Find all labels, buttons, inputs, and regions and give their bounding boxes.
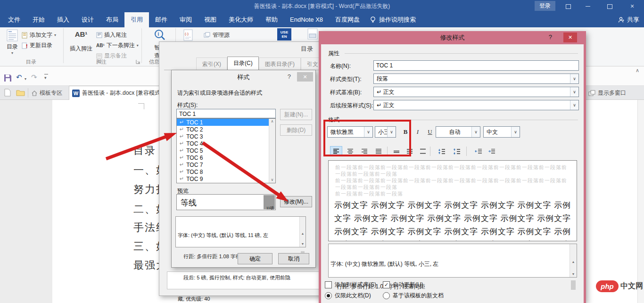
share-button[interactable]: 共享 bbox=[618, 12, 639, 27]
delete-style-button[interactable]: 删除(D) bbox=[280, 124, 312, 136]
home-icon bbox=[31, 90, 38, 97]
lightbulb-icon bbox=[370, 16, 376, 24]
insert-footnote-button[interactable]: AB¹ 插入脚注 bbox=[69, 30, 93, 53]
scroll-up-icon[interactable]: ▲ bbox=[570, 259, 577, 265]
maximize-icon[interactable] bbox=[603, 0, 617, 12]
style-based-on-label: 样式基准(B): bbox=[330, 89, 362, 97]
collapse-ribbon-icon[interactable]: ∧ bbox=[636, 67, 639, 74]
new-documents-option[interactable]: 基于该模板的新文档 bbox=[383, 292, 444, 300]
template-zone-button[interactable]: 模板专区 bbox=[31, 89, 62, 97]
scroll-down-icon[interactable]: ∨ bbox=[269, 177, 275, 183]
line-spacing-double-button[interactable] bbox=[417, 146, 429, 156]
group-label-toc: 目录 bbox=[0, 58, 62, 66]
toc-button[interactable]: 目录 ▾ bbox=[4, 29, 21, 55]
ok-button[interactable]: 确定 bbox=[238, 253, 272, 264]
redo-icon[interactable]: ↷ bbox=[31, 73, 37, 82]
tab-insert[interactable]: 插入 bbox=[51, 12, 75, 27]
next-footnote-button[interactable]: AB¹ 下一条脚注▾ bbox=[96, 41, 139, 49]
tab-beautify[interactable]: 美化大师 bbox=[223, 12, 259, 27]
close-icon[interactable]: × bbox=[625, 0, 639, 12]
save-icon[interactable] bbox=[4, 74, 12, 84]
new-style-button[interactable]: 新建(N)... bbox=[280, 109, 312, 120]
tell-me-search[interactable]: 操作说明搜索 bbox=[366, 12, 420, 27]
add-to-gallery-option[interactable]: 添加到样式库(S) bbox=[325, 281, 376, 289]
tab-endnote[interactable]: EndNote X8 bbox=[284, 12, 329, 27]
scroll-down-icon[interactable]: ▼ bbox=[570, 271, 577, 277]
tab-help[interactable]: 帮助 bbox=[259, 12, 284, 27]
increase-paragraph-spacing-button[interactable] bbox=[436, 146, 448, 156]
modify-description-scrollbar[interactable]: ▲ ▼ bbox=[570, 244, 577, 277]
tab-index[interactable]: 索引(X) bbox=[196, 57, 227, 71]
use-en-style-badge[interactable]: USE EN bbox=[277, 28, 291, 41]
login-button[interactable]: 登录 bbox=[535, 1, 555, 11]
show-multi-window-button[interactable]: 显示多窗口 bbox=[588, 88, 626, 98]
qat-customize-icon[interactable]: ▾ bbox=[44, 74, 48, 80]
help-icon[interactable]: ? bbox=[288, 73, 291, 80]
document-scrollbar[interactable] bbox=[637, 100, 644, 303]
checkbox-unchecked-icon[interactable] bbox=[325, 281, 332, 288]
scroll-up-icon[interactable]: ∧ bbox=[269, 119, 275, 124]
tab-layout[interactable]: 布局 bbox=[100, 12, 124, 27]
scroll-down-icon[interactable]: ▼ bbox=[300, 241, 305, 247]
style-list-item[interactable]: ↵TOC 4 bbox=[177, 140, 275, 147]
increase-indent-button[interactable] bbox=[486, 146, 498, 156]
underline-button[interactable]: U bbox=[424, 127, 436, 137]
decrease-paragraph-spacing-button[interactable] bbox=[451, 146, 463, 156]
style-description-scrollbar[interactable]: ▲ ▼ bbox=[299, 217, 305, 247]
style-list-item[interactable]: ↵TOC 5 bbox=[177, 147, 275, 154]
tab-file[interactable]: 文件 bbox=[2, 12, 26, 27]
undo-icon[interactable]: ↶ bbox=[16, 73, 22, 82]
update-toc-button[interactable]: ! 更新目录 bbox=[22, 41, 52, 49]
style-list-item[interactable]: ↵TOC 8 bbox=[177, 168, 275, 175]
style-list-item[interactable]: ↵TOC 1 bbox=[177, 119, 275, 126]
tab-references[interactable]: 引用 bbox=[124, 12, 149, 27]
following-style-select[interactable]: ↵ 正文∨ bbox=[373, 100, 579, 110]
auto-update-option[interactable]: ✓ 自动更新(U) bbox=[383, 281, 423, 289]
radio-selected-icon[interactable] bbox=[325, 292, 332, 299]
style-type-select[interactable]: 段落∨ bbox=[373, 74, 579, 84]
decrease-indent-button[interactable] bbox=[472, 146, 485, 156]
tab-review[interactable]: 审阅 bbox=[173, 12, 198, 27]
footnotes-dialog-launcher[interactable] bbox=[136, 57, 140, 66]
style-list-item[interactable]: ↵TOC 3 bbox=[177, 133, 275, 140]
scroll-up-icon[interactable]: ▲ bbox=[300, 231, 305, 237]
style-list[interactable]: ↵TOC 1 ↵TOC 2 ↵TOC 3 ↵TOC 4 ↵TOC 5 ↵TOC … bbox=[176, 118, 276, 183]
style-list-scrollbar[interactable]: ∧ ∨ bbox=[269, 119, 275, 183]
tab-view[interactable]: 视图 bbox=[198, 12, 223, 27]
add-text-button[interactable]: 添加文字▾ bbox=[22, 31, 56, 39]
picture-icon[interactable] bbox=[307, 28, 318, 41]
radio-unselected-icon[interactable] bbox=[383, 292, 390, 299]
undo-dropdown-icon[interactable]: ▾ bbox=[25, 77, 26, 81]
tab-mailings[interactable]: 邮件 bbox=[149, 12, 173, 27]
language-select[interactable]: 中文∨ bbox=[483, 126, 520, 138]
cancel-button[interactable]: 取消 bbox=[278, 253, 309, 264]
insert-endnote-button[interactable]: 插入尾注 bbox=[96, 31, 127, 39]
style-list-item[interactable]: ↵TOC 7 bbox=[177, 161, 275, 168]
share-label: 共享 bbox=[627, 12, 639, 27]
style-name-input[interactable]: TOC 1 bbox=[176, 109, 276, 118]
help-icon[interactable]: ? bbox=[549, 33, 552, 41]
tab-toc[interactable]: 目录(C) bbox=[227, 57, 259, 70]
style-list-item[interactable]: ↵TOC 6 bbox=[177, 154, 275, 161]
modify-button[interactable]: 修改(M)... bbox=[280, 196, 312, 207]
minimize-icon[interactable] bbox=[581, 0, 595, 12]
font-color-select[interactable]: 自动∨ bbox=[436, 126, 480, 138]
style-list-item[interactable]: ↵TOC 2 bbox=[177, 126, 275, 133]
close-icon[interactable]: ✕ bbox=[297, 72, 313, 82]
ribbon-options-icon[interactable] bbox=[561, 0, 575, 12]
italic-button[interactable]: I bbox=[412, 127, 424, 137]
tab-figures-toc[interactable]: 图表目录(F) bbox=[259, 57, 301, 71]
tab-baidu-pan[interactable]: 百度网盘 bbox=[329, 12, 366, 27]
style-name-input[interactable]: TOC 1 bbox=[373, 60, 579, 71]
tab-home[interactable]: 开始 bbox=[26, 12, 51, 27]
only-this-document-option[interactable]: 仅限此文档(D) bbox=[325, 292, 371, 300]
tab-design[interactable]: 设计 bbox=[75, 12, 100, 27]
document-tab[interactable]: W 善医怪谈 - 副本.docx [兼容模式] bbox=[69, 86, 170, 100]
checkbox-checked-icon[interactable]: ✓ bbox=[383, 281, 390, 288]
style-based-on-select[interactable]: ↵ 正文∨ bbox=[373, 87, 579, 97]
open-folder-icon[interactable] bbox=[16, 89, 25, 98]
manage-sources-button[interactable]: 管理源 bbox=[204, 31, 230, 39]
close-icon[interactable]: ✕ bbox=[563, 33, 577, 42]
style-list-item[interactable]: ↵TOC 9 bbox=[177, 175, 275, 182]
new-document-icon[interactable] bbox=[4, 89, 11, 98]
